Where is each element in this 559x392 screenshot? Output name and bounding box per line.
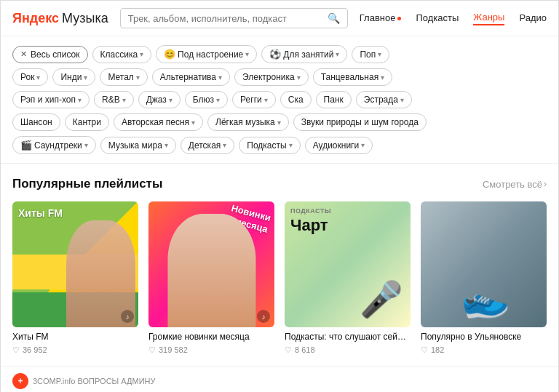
playlist-thumbnail-gromkie: Новинкимесяца ♪ [148,201,274,327]
playlist-likes: ♡ 36 952 [12,345,138,355]
filter-rep[interactable]: Рэп и хип-хоп ▾ [12,91,90,108]
heart-icon: ♡ [148,345,156,355]
sports-emoji: ⚽ [269,49,281,60]
chevron-down-icon: ▾ [36,73,40,81]
filter-podcasts2[interactable]: Подкасты ▾ [239,137,300,154]
heart-icon: ♡ [285,345,292,355]
logo[interactable]: Яндекс Музыка [12,11,108,26]
header: Яндекс Музыка 🔍 Главное Подкасты Жанры Р… [1,1,558,36]
chevron-down-icon: ▾ [381,73,384,81]
chart-title: Чарт [290,216,328,235]
chevron-down-icon: ▾ [361,141,365,149]
filter-tantsevalnaya[interactable]: Танцевальная ▾ [313,68,392,86]
filter-detskaya[interactable]: Детская ▾ [181,137,234,154]
card-label-hits: Хиты FM [18,207,63,220]
chevron-down-icon: ▾ [122,96,126,104]
chevron-down-icon: ▾ [223,141,226,149]
chevron-down-icon: ▾ [218,73,222,81]
filter-rok[interactable]: Рок ▾ [12,68,48,86]
chevron-down-icon: ▾ [277,119,281,127]
filter-kantri[interactable]: Кантри [65,113,109,131]
movie-emoji: 🎬 [20,140,32,151]
main-nav: Главное Подкасты Жанры Радио [360,12,547,25]
playlist-name: Популярно в Ульяновске [421,332,547,343]
playlist-thumbnail-hits-fm: Хиты FM ♪ [12,201,138,327]
filter-row-2: Рок ▾ Инди ▾ Метал ▾ Альтернатива ▾ Элек… [12,68,547,86]
playlist-likes: ♡ 8 618 [285,345,411,355]
watermark-bar: + 3COMP.info ВОПРОСЫ АДМИНУ [1,367,558,392]
chevron-down-icon: ▾ [164,141,168,149]
chevron-down-icon: ▾ [84,73,87,81]
chevron-right-icon: › [544,179,547,189]
filter-saundtreki[interactable]: 🎬 Саундтреки ▾ [12,136,96,154]
filter-klassika[interactable]: Классика ▾ [92,46,152,63]
filter-blyuz[interactable]: Блюз ▾ [185,91,228,108]
filters-section: ✕ Весь список Классика ▾ 😊 Под настроени… [1,36,558,164]
chevron-down-icon: ▾ [78,96,82,104]
watermark-icon: + [12,373,28,389]
chevron-down-icon: ▾ [297,73,301,81]
playlist-thumbnail-ulyanovsk: 👟 [421,201,547,327]
filter-nastroenie[interactable]: 😊 Под настроение ▾ [156,45,257,63]
filter-legkaya[interactable]: Лёгкая музыка ▾ [207,113,289,131]
chevron-down-icon: ▾ [140,50,143,58]
see-all-button[interactable]: Смотреть всё › [483,179,547,190]
section-title: Популярные плейлисты [12,177,162,191]
filter-row-1: ✕ Весь список Классика ▾ 😊 Под настроени… [12,45,547,63]
playlist-card-podcasts[interactable]: ПОДКАСТЫ Чарт 🎤 Подкасты: что слушают се… [285,201,411,355]
filter-reggi[interactable]: Регги ▾ [232,91,276,108]
filter-ska[interactable]: Ска [280,91,312,108]
search-input[interactable] [128,13,323,24]
playlist-card-hits-fm[interactable]: Хиты FM ♪ Хиты FM ♡ 36 952 [12,201,138,355]
filter-alternativa[interactable]: Альтернатива ▾ [152,68,230,86]
playlist-thumbnail-podcasts: ПОДКАСТЫ Чарт 🎤 [285,201,411,327]
nav-podcasts[interactable]: Подкасты [416,12,459,25]
filter-estrada[interactable]: Эстрада ▾ [356,91,412,108]
music-note-icon: ♪ [121,310,134,323]
playlist-likes: ♡ 182 [421,345,547,355]
filter-zanyatiya[interactable]: ⚽ Для занятий ▾ [261,45,347,63]
figure-silhouette2 [167,214,255,327]
chevron-down-icon: ▾ [336,50,339,58]
shoe-icon: 👟 [455,272,512,327]
playlist-likes: ♡ 319 582 [148,345,274,355]
filter-row-4: Шансон Кантри Авторская песня ▾ Лёгкая м… [12,113,547,131]
filter-dzhaz[interactable]: Джаз ▾ [138,91,181,108]
nav-genres[interactable]: Жанры [473,12,504,25]
mood-emoji: 😊 [164,49,175,60]
filter-ves-spisok[interactable]: ✕ Весь список [12,46,88,63]
heart-icon: ♡ [12,345,20,355]
chevron-down-icon: ▾ [245,50,249,58]
filter-indi[interactable]: Инди ▾ [52,68,95,86]
filter-rnb[interactable]: R&B ▾ [94,91,134,108]
playlist-card-ulyanovsk[interactable]: 👟 Популярно в Ульяновске ♡ 182 [421,201,547,355]
playlist-name: Хиты FM [12,332,138,343]
filter-pank[interactable]: Панк [316,91,352,108]
playlist-grid: Хиты FM ♪ Хиты FM ♡ 36 952 Новинкимесяца… [12,201,547,355]
chevron-down-icon: ▾ [378,50,381,58]
logo-music: Музыка [62,11,108,26]
nav-dot [397,17,401,20]
chevron-down-icon: ▾ [216,96,220,104]
filter-shanson[interactable]: Шансон [12,113,60,131]
search-box[interactable]: 🔍 [120,8,348,28]
chevron-down-icon: ▾ [169,96,173,104]
podcast-badge-label: ПОДКАСТЫ [290,207,331,215]
search-icon: 🔍 [328,12,340,24]
chevron-down-icon: ▾ [191,119,195,127]
close-icon: ✕ [20,49,27,59]
nav-glavnoe[interactable]: Главное [360,12,402,25]
filter-zvuki[interactable]: Звуки природы и шум города [293,113,427,131]
playlist-card-gromkie[interactable]: Новинкимесяца ♪ Громкие новинки месяца ♡… [148,201,274,355]
filter-pop[interactable]: Поп ▾ [352,46,389,63]
nav-radio[interactable]: Радио [519,12,547,25]
filter-muzika-mira[interactable]: Музыка мира ▾ [100,137,176,154]
filter-metal[interactable]: Метал ▾ [100,68,147,86]
filter-audioknigi[interactable]: Аудиокниги ▾ [305,137,373,154]
filter-elektronika[interactable]: Электроника ▾ [234,68,309,86]
heart-icon: ♡ [421,345,428,355]
microphone-icon: 🎤 [360,279,403,320]
logo-yandex: Яндекс [12,11,59,26]
chevron-down-icon: ▾ [136,73,140,81]
filter-avtorskaya[interactable]: Авторская песня ▾ [114,113,203,131]
